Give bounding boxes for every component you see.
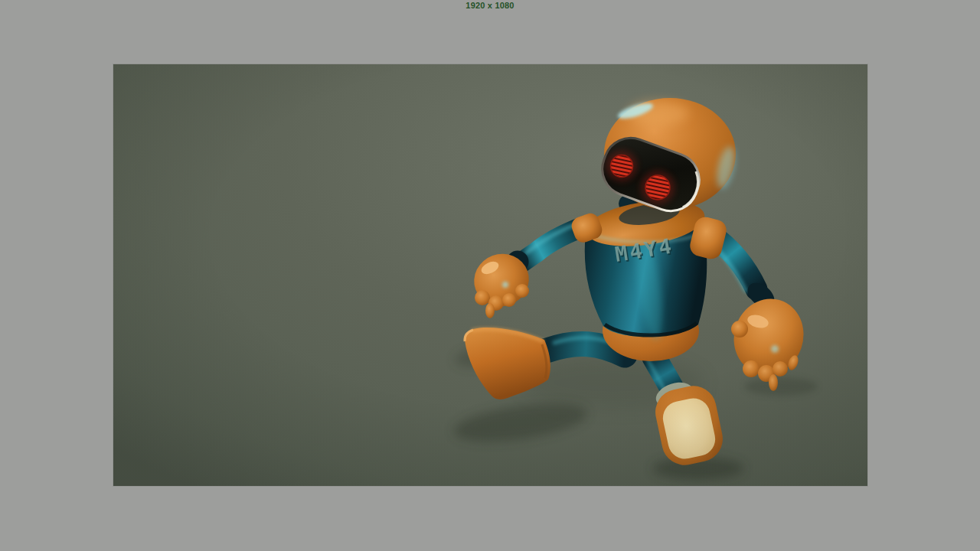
vignette-overlay [113, 64, 867, 486]
robot-render-image: M4Y4 M4Y4 [113, 64, 867, 486]
resolution-label: 1920 x 1080 [0, 1, 980, 10]
robot-render-svg: M4Y4 M4Y4 [113, 64, 867, 486]
page: 1920 x 1080 [0, 0, 980, 551]
